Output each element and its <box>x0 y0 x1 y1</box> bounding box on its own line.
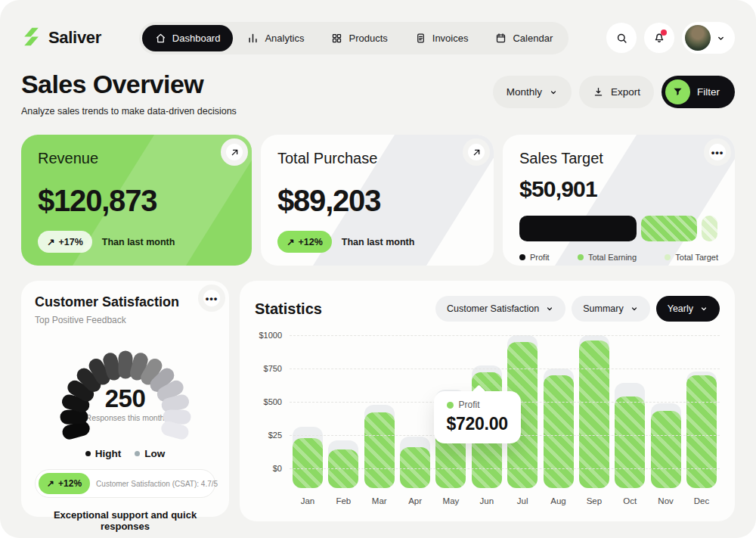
nav-item-products[interactable]: Products <box>318 25 400 51</box>
customer-satisfaction-card: Customer Satisfaction Top Positive Feedb… <box>21 281 229 517</box>
brand-logo-icon <box>21 26 42 50</box>
target-legend-label: Total Earning <box>588 253 637 262</box>
chart-bar-aug[interactable] <box>544 335 574 488</box>
chart-tooltip: Profit $720.00 <box>434 391 521 443</box>
chevron-down-icon <box>545 304 554 313</box>
revenue-value: $120,873 <box>38 184 235 218</box>
bar-value <box>293 438 323 488</box>
satisfaction-gauge: 250 Responses this month <box>35 327 215 446</box>
ellipsis-icon: ••• <box>206 294 218 303</box>
chart-plot: Profit $720.00 <box>290 335 720 488</box>
nav-item-label: Calendar <box>513 33 553 44</box>
revenue-note: Than last month <box>102 237 175 247</box>
profit-dot-icon <box>447 402 454 409</box>
chart-bar-oct[interactable] <box>615 335 645 488</box>
bar-value <box>686 375 717 488</box>
brand-name: Saliver <box>48 28 101 48</box>
arrow-up-right-icon <box>229 147 240 158</box>
brand-logo: Saliver <box>21 26 101 50</box>
month-label: Apr <box>400 496 430 505</box>
bar-value <box>400 447 430 488</box>
top-bar: Saliver DashboardAnalyticsProductsInvoic… <box>21 21 735 54</box>
gauge-legend: HightLow <box>35 448 215 459</box>
chart-bar-sep[interactable] <box>579 335 609 488</box>
legend-dot-icon <box>519 254 525 260</box>
stats-filter-summary[interactable]: Summary <box>572 296 649 322</box>
target-segment-black <box>519 216 637 241</box>
month-label: Jan <box>293 496 323 505</box>
y-axis-tick: $25 <box>268 431 282 440</box>
trend-up-icon: ↗ <box>47 236 54 247</box>
target-segment-light <box>702 216 717 241</box>
customer-satisfaction-menu-button[interactable]: ••• <box>198 285 225 312</box>
month-label: Aug <box>544 496 574 505</box>
revenue-card: Revenue $120,873 ↗ +17% Than last month <box>21 135 252 266</box>
ellipsis-icon: ••• <box>711 148 724 157</box>
nav-item-analytics[interactable]: Analytics <box>234 25 317 51</box>
chart-bar-dec[interactable] <box>686 335 717 488</box>
target-legend-item: Profit <box>519 253 550 262</box>
products-icon <box>331 33 342 44</box>
filter-label: Filter <box>697 86 720 98</box>
export-button[interactable]: Export <box>579 76 654 108</box>
month-label: Dec <box>686 496 717 505</box>
chart-month-labels: JanFebMarAprMayJunJulAugSepOctNovDec <box>290 496 720 505</box>
stats-filter-yearly[interactable]: Yearly <box>656 296 720 322</box>
nav-item-label: Analytics <box>265 33 304 44</box>
target-segment-green <box>641 216 697 241</box>
revenue-open-button[interactable] <box>221 138 248 166</box>
total-purchase-change-badge: ↗ +12% <box>277 231 332 253</box>
statistics-title: Statistics <box>255 300 322 318</box>
nav-item-dashboard[interactable]: Dashboard <box>142 25 234 51</box>
user-menu[interactable] <box>682 22 735 54</box>
nav-item-label: Products <box>349 33 387 44</box>
sales-target-legend: ProfitTotal EarningTotal Target <box>519 253 718 262</box>
nav-item-label: Dashboard <box>172 33 221 44</box>
search-button[interactable] <box>606 23 637 53</box>
chart-bar-mar[interactable] <box>364 335 395 488</box>
stats-filter-customer-satisfaction[interactable]: Customer Satisfaction <box>435 296 565 322</box>
export-label: Export <box>611 86 640 98</box>
bar-value <box>615 397 645 488</box>
funnel-icon <box>665 79 690 104</box>
chart-bar-feb[interactable] <box>328 335 358 488</box>
gauge-legend-label: Hight <box>95 448 122 459</box>
stats-filter-label: Summary <box>583 303 623 314</box>
total-purchase-note: Than last month <box>342 237 415 247</box>
legend-dot-icon <box>85 451 91 456</box>
month-label: Jun <box>472 496 502 505</box>
period-dropdown[interactable]: Monthly <box>493 76 572 108</box>
chart-bar-nov[interactable] <box>651 335 681 488</box>
month-label: Nov <box>651 496 681 505</box>
gauge-legend-label: Low <box>144 448 165 459</box>
y-axis-tick: $0 <box>273 464 282 473</box>
customer-satisfaction-title: Customer Satisfaction <box>35 294 215 310</box>
nav-item-calendar[interactable]: Calendar <box>482 25 565 51</box>
month-label: Jul <box>507 496 538 505</box>
chart-bar-jan[interactable] <box>293 335 323 488</box>
chevron-down-icon <box>630 304 639 313</box>
filter-button[interactable]: Filter <box>662 76 735 108</box>
month-label: Oct <box>615 496 645 505</box>
avatar <box>685 25 711 51</box>
chevron-down-icon <box>699 304 708 313</box>
notifications-button[interactable] <box>644 23 674 53</box>
target-legend-item: Total Target <box>665 253 718 262</box>
month-label: Mar <box>364 496 395 505</box>
gridline <box>290 369 720 369</box>
head-controls: Monthly Export Filter <box>493 76 735 108</box>
sales-target-menu-button[interactable]: ••• <box>704 138 731 166</box>
month-label: May <box>435 496 466 505</box>
customer-satisfaction-subtitle: Top Positive Feedback <box>35 315 215 325</box>
csat-row: ↗ +12% Customer Satisfaction (CSAT): 4.7… <box>35 469 215 498</box>
legend-dot-icon <box>578 254 584 260</box>
total-purchase-open-button[interactable] <box>463 138 490 166</box>
nav-item-invoices[interactable]: Invoices <box>402 25 482 51</box>
top-actions <box>606 22 735 54</box>
customer-satisfaction-footnote: Exceptional support and quick responses <box>35 509 215 532</box>
total-purchase-title: Total Purchase <box>277 150 477 167</box>
gauge-legend-item: Hight <box>85 448 122 459</box>
chart-bar-apr[interactable] <box>400 335 430 488</box>
chart-y-axis: $1000$750$500$25$0 <box>255 335 290 488</box>
dashboard-page: Saliver DashboardAnalyticsProductsInvoic… <box>0 0 756 538</box>
